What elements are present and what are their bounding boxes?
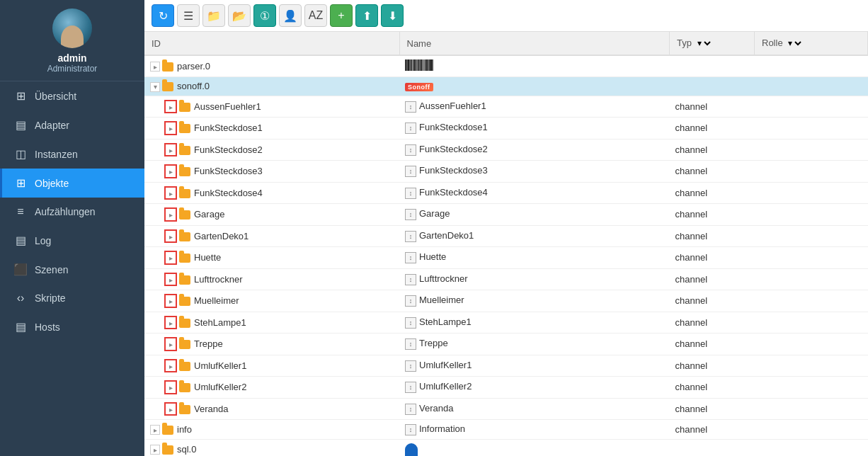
table-container[interactable]: ID Name Typ ▾ Rolle ▾ ▸parser.0▾sonoff.0… xyxy=(144,32,868,456)
table-row[interactable]: ▸Treppe↕Treppechannel xyxy=(144,334,868,355)
expand-btn[interactable]: ▸ xyxy=(166,275,176,285)
table-row[interactable]: ▸FunkSteckdose2↕FunkSteckdose2channel xyxy=(144,139,868,161)
expand-btn[interactable]: ▸ xyxy=(166,383,176,393)
expand-btn[interactable]: ▾ xyxy=(150,82,160,92)
expand-btn[interactable]: ▸ xyxy=(166,210,176,220)
table-row[interactable]: ▸Garage↕Garagechannel xyxy=(144,204,868,226)
cell-id: ▸StehLampe1 xyxy=(144,312,399,334)
table-row[interactable]: ▸FunkSteckdose1↕FunkSteckdose1channel xyxy=(144,118,868,139)
cell-rolle xyxy=(755,161,868,183)
table-row[interactable]: ▸FunkSteckdose4↕FunkSteckdose4channel xyxy=(144,182,868,204)
folder-icon xyxy=(162,426,173,435)
sidebar-label-hosts: Hosts xyxy=(35,321,60,333)
sidebar-label-uebersicht: Übersicht xyxy=(35,91,76,102)
sidebar-item-uebersicht[interactable]: ⊞Übersicht xyxy=(0,81,144,110)
row-id-text: parser.0 xyxy=(177,61,210,72)
cell-id: ▸Muelleimer xyxy=(144,290,399,312)
cell-name: ↕UmlufKeller2 xyxy=(399,377,670,399)
cell-id: ▸FunkSteckdose4 xyxy=(144,182,399,204)
cell-typ: channel xyxy=(670,334,755,355)
col-header-id: ID xyxy=(144,32,399,55)
table-row[interactable]: ▸GartenDeko1↕GartenDeko1channel xyxy=(144,225,868,247)
expand-btn[interactable]: ▸ xyxy=(150,62,160,72)
cell-name: Sonoff xyxy=(399,77,670,96)
sidebar-item-instanzen[interactable]: ◫Instanzen xyxy=(0,139,144,169)
expand-btn[interactable]: ▸ xyxy=(166,145,176,155)
table-row[interactable]: ▸parser.0 xyxy=(144,55,868,77)
sidebar-username: admin xyxy=(57,52,86,64)
sidebar-item-objekte[interactable]: ⊞Objekte xyxy=(0,169,144,198)
table-row[interactable]: ▸StehLampe1↕StehLampe1channel xyxy=(144,312,868,334)
toolbar-list-button[interactable]: ☰ xyxy=(177,4,200,27)
table-row[interactable]: ▸sql.0 xyxy=(144,439,868,456)
col-header-rolle: Rolle ▾ xyxy=(755,32,868,55)
expand-btn[interactable]: ▸ xyxy=(150,425,160,435)
cell-typ: channel xyxy=(670,290,755,312)
row-id-text: FunkSteckdose3 xyxy=(194,166,263,176)
expand-btn[interactable]: ▸ xyxy=(166,102,176,112)
folder-icon xyxy=(179,340,190,349)
sidebar: admin Administrator ⊞Übersicht▤Adapter◫I… xyxy=(0,0,144,456)
table-row[interactable]: ▸UmlufKeller1↕UmlufKeller1channel xyxy=(144,355,868,377)
sidebar-item-skripte[interactable]: ‹›Skripte xyxy=(0,284,144,312)
toolbar-add-button[interactable]: + xyxy=(330,4,353,27)
cell-rolle xyxy=(755,182,868,204)
expand-btn[interactable]: ▸ xyxy=(166,253,176,263)
sidebar-item-szenen[interactable]: ⬛Szenen xyxy=(0,255,144,284)
table-row[interactable]: ▸Muelleimer↕Muelleimerchannel xyxy=(144,290,868,312)
cell-name xyxy=(399,439,670,456)
expand-btn[interactable]: ▸ xyxy=(166,124,176,134)
table-row[interactable]: ▸Huette↕Huettechannel xyxy=(144,247,868,269)
typ-filter-select[interactable]: ▾ xyxy=(695,38,713,49)
sidebar-item-adapter[interactable]: ▤Adapter xyxy=(0,110,144,139)
table-row[interactable]: ▾sonoff.0Sonoff xyxy=(144,77,868,96)
red-border-expand-wrapper: ▸ xyxy=(164,402,177,416)
cell-name: ↕Huette xyxy=(399,247,670,269)
sidebar-item-hosts[interactable]: ▤Hosts xyxy=(0,312,144,341)
cell-id: ▸parser.0 xyxy=(144,55,399,77)
table-row[interactable]: ▸UmlufKeller2↕UmlufKeller2channel xyxy=(144,377,868,399)
cell-typ: channel xyxy=(670,398,755,420)
toolbar-download-button[interactable]: ⬇ xyxy=(381,4,404,27)
toolbar-refresh-button[interactable]: ↻ xyxy=(152,4,174,27)
cell-rolle xyxy=(755,204,868,226)
channel-icon: ↕ xyxy=(405,252,416,263)
cell-id: ▸UmlufKeller2 xyxy=(144,377,399,399)
sidebar-label-objekte: Objekte xyxy=(35,178,69,189)
table-row[interactable]: ▸AussenFuehler1↕AussenFuehler1channel xyxy=(144,96,868,118)
folder-icon xyxy=(179,189,190,198)
table-row[interactable]: ▸info↕Informationchannel xyxy=(144,420,868,440)
row-id-text: UmlufKeller1 xyxy=(194,360,246,371)
row-name-text: Treppe xyxy=(419,338,448,348)
type-badge: channel xyxy=(675,122,708,133)
row-id-text: FunkSteckdose2 xyxy=(194,144,263,155)
toolbar-folder-open-button[interactable]: 📂 xyxy=(228,4,251,27)
cell-name: ↕StehLampe1 xyxy=(399,312,670,334)
table-row[interactable]: ▸FunkSteckdose3↕FunkSteckdose3channel xyxy=(144,161,868,183)
expand-btn[interactable]: ▸ xyxy=(166,404,176,414)
rolle-filter-select[interactable]: ▾ xyxy=(785,38,804,49)
type-badge: channel xyxy=(675,338,708,349)
expand-btn[interactable]: ▸ xyxy=(166,167,176,177)
red-border-expand-wrapper: ▸ xyxy=(164,337,177,351)
expand-btn[interactable]: ▸ xyxy=(166,297,176,307)
expand-btn[interactable]: ▸ xyxy=(166,340,176,350)
toolbar-folder-closed-button[interactable]: 📁 xyxy=(202,4,225,27)
sidebar-item-aufzaehlungen[interactable]: ≡Aufzählungen xyxy=(0,198,144,226)
toolbar-upload-button[interactable]: ⬆ xyxy=(355,4,378,27)
toolbar-person-button[interactable]: 👤 xyxy=(279,4,302,27)
hosts-icon: ▤ xyxy=(13,320,28,334)
expand-btn[interactable]: ▸ xyxy=(166,188,176,198)
expand-btn[interactable]: ▸ xyxy=(166,318,176,328)
folder-icon xyxy=(179,167,190,176)
type-badge: channel xyxy=(675,360,708,371)
cell-id: ▸UmlufKeller1 xyxy=(144,355,399,377)
table-row[interactable]: ▸Lufttrockner↕Lufttrocknerchannel xyxy=(144,268,868,290)
table-row[interactable]: ▸Veranda↕Verandachannel xyxy=(144,398,868,420)
expand-btn[interactable]: ▸ xyxy=(166,361,176,371)
expand-btn[interactable]: ▸ xyxy=(166,232,176,241)
toolbar-az-sort-button[interactable]: AZ xyxy=(304,4,327,27)
sidebar-item-log[interactable]: ▤Log xyxy=(0,226,144,255)
expand-btn[interactable]: ▸ xyxy=(150,445,160,455)
toolbar-badge-1-button[interactable]: ① xyxy=(253,4,276,27)
